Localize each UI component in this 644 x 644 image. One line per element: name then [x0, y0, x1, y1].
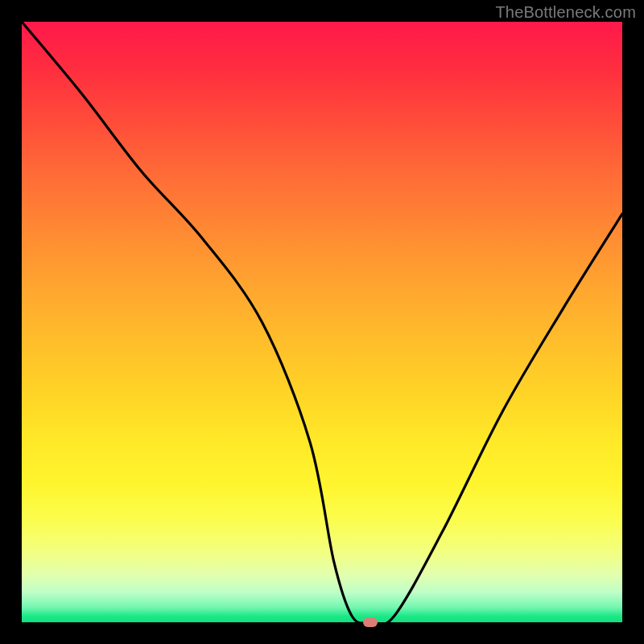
bottleneck-curve — [22, 22, 622, 625]
curve-svg — [22, 22, 622, 622]
optimal-point-marker — [363, 617, 378, 627]
plot-area — [22, 22, 622, 622]
chart-frame: TheBottleneck.com — [0, 0, 644, 644]
watermark-text: TheBottleneck.com — [495, 3, 636, 22]
